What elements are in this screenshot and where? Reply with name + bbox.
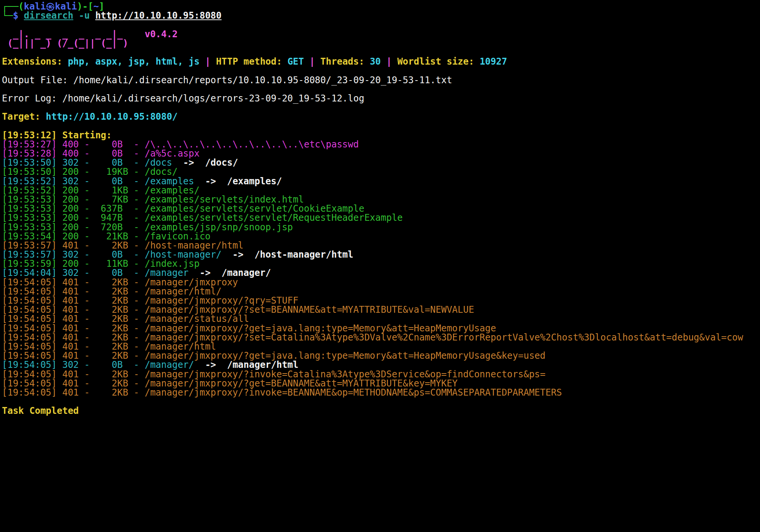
extensions-value: php, aspx, jsp, html, js [68, 56, 200, 67]
blank-line [2, 103, 760, 112]
command-line: └─$ dirsearch -u http://10.10.10.95:8080 [2, 11, 760, 20]
prompt-symbol: $ [13, 10, 24, 21]
result-line: [19:53:27] 400 - 0B - /\..\..\..\..\..\.… [2, 140, 760, 149]
result-line: [19:54:05] 401 - 2KB - /manager/jmxproxy… [2, 379, 760, 388]
blank-line [2, 66, 760, 75]
threads-label: Threads: [320, 56, 370, 67]
result-line: [19:54:05] 401 - 2KB - /manager/jmxproxy… [2, 370, 760, 379]
command-argument-url: http://10.10.10.95:8080 [95, 10, 222, 21]
result-line: [19:53:57] 302 - 0B - /host-manager/ -> … [2, 250, 760, 259]
blank-line [2, 85, 760, 94]
result-line: [19:53:53] 200 - 7KB - /examples/servlet… [2, 195, 760, 204]
prompt-line-1: ┌──(kali㉿kali)-[~] [2, 2, 760, 11]
banner-art-bottom: (_||| _) (/_(_|| (_| ) [2, 38, 128, 49]
config-separator: | [200, 56, 216, 67]
result-line: [19:53:59] 200 - 11KB - /index.jsp [2, 259, 760, 268]
version-label: v0.4.2 [145, 29, 178, 40]
terminal-window[interactable]: ┌──(kali㉿kali)-[~] └─$ dirsearch -u http… [0, 0, 760, 532]
result-line: [19:53:54] 200 - 21KB - /favicon.ico [2, 232, 760, 241]
result-line: [19:53:57] 401 - 2KB - /host-manager/htm… [2, 241, 760, 250]
target-url: http://10.10.10.95:8080/ [46, 111, 178, 122]
banner-line-1: _|. _ _ _ _ _ _|_ v0.4.2 [2, 30, 760, 39]
error-log-line: Error Log: /home/kali/.dirsearch/logs/er… [2, 94, 760, 103]
result-line: [19:54:05] 401 - 2KB - /manager/jmxproxy… [2, 305, 760, 314]
results-list: [19:53:27] 400 - 0B - /\..\..\..\..\..\.… [2, 140, 760, 397]
result-line: [19:53:28] 400 - 0B - /a%5c.aspx [2, 149, 760, 158]
scan-config-line: Extensions: php, aspx, jsp, html, js | H… [2, 57, 760, 66]
banner-line-2: (_||| _) (/_(_|| (_| ) [2, 39, 760, 48]
result-line: [19:53:50] 200 - 19KB - /docs/ [2, 167, 760, 176]
result-line: [19:54:05] 401 - 2KB - /manager/jmxproxy… [2, 324, 760, 333]
task-completed-line: Task Completed [2, 406, 760, 415]
blank-line [2, 48, 760, 57]
result-line: [19:54:05] 401 - 2KB - /manager/html/ [2, 287, 760, 296]
starting-line: [19:53:12] Starting: [2, 131, 760, 140]
config-separator: | [381, 56, 397, 67]
command-name: dirsearch [24, 10, 73, 21]
error-log-text: Error Log: /home/kali/.dirsearch/logs/er… [2, 93, 364, 104]
output-file-line: Output File: /home/kali/.dirsearch/repor… [2, 76, 760, 85]
result-line: [19:53:52] 200 - 1KB - /examples/ [2, 186, 760, 195]
output-file-text: Output File: /home/kali/.dirsearch/repor… [2, 75, 452, 86]
threads-value: 30 [370, 56, 381, 67]
result-text: [19:54:05] 401 - 2KB - /manager/jmxproxy… [2, 387, 562, 398]
command-option: -u [73, 10, 95, 21]
config-separator: | [304, 56, 320, 67]
result-line: [19:53:50] 302 - 0B - /docs -> /docs/ [2, 158, 760, 167]
result-line: [19:54:05] 401 - 2KB - /manager/jmxproxy [2, 278, 760, 287]
result-line: [19:54:05] 302 - 0B - /manager/ -> /mana… [2, 360, 760, 369]
result-line: [19:53:53] 200 - 637B - /examples/servle… [2, 204, 760, 213]
redirect-target: -> /docs/ [172, 157, 238, 168]
redirect-target: -> /examples/ [194, 176, 282, 187]
task-completed-text: Task Completed [2, 405, 79, 416]
blank-line [2, 397, 760, 406]
http-method-value: GET [287, 56, 304, 67]
result-line: [19:53:52] 302 - 0B - /examples -> /exam… [2, 177, 760, 186]
result-line: [19:54:05] 401 - 2KB - /manager/html [2, 342, 760, 351]
result-line: [19:54:05] 401 - 2KB - /manager/status/a… [2, 314, 760, 323]
target-label: Target: [2, 111, 46, 122]
prompt-frame-line2: └─ [2, 10, 13, 21]
extensions-label: Extensions: [2, 56, 68, 67]
target-line: Target: http://10.10.10.95:8080/ [2, 112, 760, 121]
blank-line [2, 20, 760, 29]
blank-line [2, 121, 760, 130]
result-line: [19:54:05] 401 - 2KB - /manager/jmxproxy… [2, 333, 760, 342]
result-line: [19:53:53] 200 - 720B - /examples/jsp/sn… [2, 223, 760, 232]
wordlist-label: Wordlist size: [397, 56, 480, 67]
result-line: [19:54:05] 401 - 2KB - /manager/jmxproxy… [2, 351, 760, 360]
redirect-target: -> /host-manager/html [222, 249, 353, 260]
result-line: [19:54:05] 401 - 2KB - /manager/jmxproxy… [2, 388, 760, 397]
http-method-label: HTTP method: [216, 56, 288, 67]
result-line: [19:53:53] 200 - 947B - /examples/servle… [2, 213, 760, 222]
result-line: [19:54:04] 302 - 0B - /manager -> /manag… [2, 268, 760, 277]
result-line: [19:54:05] 401 - 2KB - /manager/jmxproxy… [2, 296, 760, 305]
wordlist-value: 10927 [480, 56, 507, 67]
